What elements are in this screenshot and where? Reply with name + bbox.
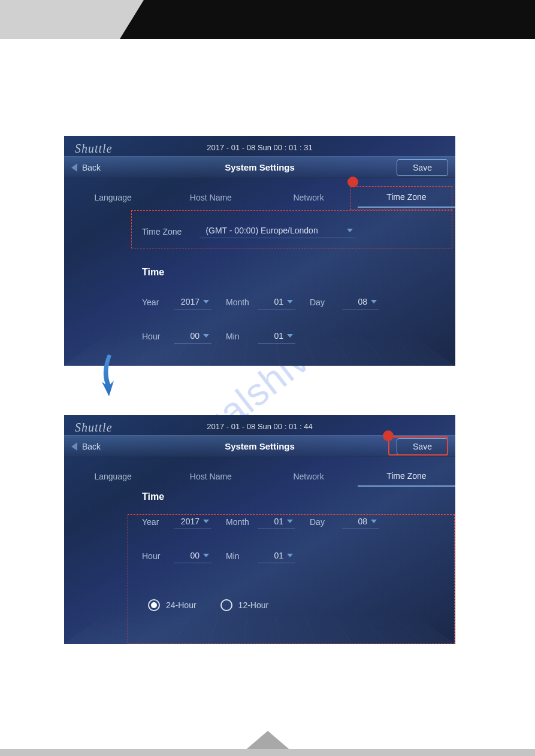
date-line: Year 2017 Month 01 Day 08 [142,296,443,309]
header-gray-tab [0,0,120,39]
day-field: Day 08 [310,515,379,529]
time-format-radios: 24-Hour 12-Hour [148,599,443,611]
tab-bar: Language Host Name Network Time Zone [64,466,455,487]
year-label: Year [142,517,168,529]
min-dropdown[interactable]: 01 [258,549,295,563]
radio-icon [220,599,232,611]
timezone-label: Time Zone [142,227,182,236]
day-label: Day [310,297,336,309]
time-line: Hour 00 Min 01 [142,330,443,344]
year-field: Year 2017 [142,515,211,529]
year-dropdown[interactable]: 2017 [174,515,211,529]
min-label: Min [226,332,252,344]
page-title: System Settings [225,441,295,451]
date-line: Year 2017 Month 01 Day 08 [142,515,443,529]
back-label: Back [82,442,101,451]
time-fields: Year 2017 Month 01 Day 08 [76,296,443,344]
min-dropdown[interactable]: 01 [258,330,295,344]
save-button[interactable]: Save [397,438,448,455]
content-area: Time Year 2017 Month 01 [64,487,455,644]
radio-12hour[interactable]: 12-Hour [220,599,269,611]
month-field: Month 01 [226,515,295,529]
tab-network[interactable]: Network [260,466,358,487]
month-field: Month 01 [226,296,295,309]
year-label: Year [142,297,168,309]
tab-hostname[interactable]: Host Name [162,187,259,208]
chevron-down-icon [203,300,209,303]
month-label: Month [226,297,252,309]
clock-text: 2017 - 01 - 08 Sun 00 : 01 : 44 [207,422,312,431]
hour-field: Hour 00 [142,549,211,563]
save-button[interactable]: Save [397,159,448,176]
chevron-down-icon [203,554,209,557]
timezone-dropdown[interactable]: (GMT - 00:00) Europe/London [200,224,355,238]
annotation-red-dot [347,177,358,187]
chevron-down-icon [287,334,293,338]
time-heading: Time [142,491,443,502]
chevron-down-icon [371,300,377,303]
radio-24-label: 24-Hour [166,600,197,610]
timezone-row: Time Zone (GMT - 00:00) Europe/London [76,224,443,238]
page-footer [0,749,535,756]
day-field: Day 08 [310,296,379,309]
hour-label: Hour [142,551,168,563]
chevron-down-icon [287,300,293,303]
back-button[interactable]: Back [69,157,109,178]
chevron-down-icon [287,520,293,523]
brand-logo: Shuttle [75,142,113,156]
brand-logo: Shuttle [75,421,113,435]
tab-language[interactable]: Language [64,466,162,487]
hour-dropdown[interactable]: 00 [174,330,211,344]
time-line: Hour 00 Min 01 [142,549,443,563]
min-label: Min [226,551,252,563]
screenshot-1: Shuttle 2017 - 01 - 08 Sun 00 : 01 : 31 … [64,136,455,366]
tab-timezone[interactable]: Time Zone [358,466,455,487]
chevron-down-icon [371,520,377,523]
month-label: Month [226,517,252,529]
timezone-value: (GMT - 00:00) Europe/London [202,226,347,235]
month-dropdown[interactable]: 01 [258,296,295,309]
year-field: Year 2017 [142,296,211,309]
page-title: System Settings [225,162,295,172]
radio-24hour[interactable]: 24-Hour [148,599,197,611]
radio-12-label: 12-Hour [238,600,269,610]
chevron-down-icon [347,229,353,232]
year-dropdown[interactable]: 2017 [174,296,211,309]
title-bar: Back System Settings Save [64,156,455,178]
page-header [0,0,535,39]
content-area: Time Zone (GMT - 00:00) Europe/London Ti… [64,208,455,366]
title-bar: Back System Settings Save [64,435,455,457]
time-heading: Time [142,267,443,278]
back-button[interactable]: Back [69,436,109,457]
radio-icon [148,599,160,611]
min-field: Min 01 [226,549,295,563]
chevron-down-icon [287,554,293,557]
time-fields: Year 2017 Month 01 Day 08 [76,515,443,644]
back-label: Back [82,163,101,172]
tab-language[interactable]: Language [64,187,162,208]
month-dropdown[interactable]: 01 [258,515,295,529]
tab-timezone[interactable]: Time Zone [358,187,455,208]
screenshot-2: Shuttle 2017 - 01 - 08 Sun 00 : 01 : 44 … [64,415,455,644]
clock-text: 2017 - 01 - 08 Sun 00 : 01 : 31 [207,143,312,152]
chevron-down-icon [203,334,209,338]
tab-bar: Language Host Name Network Time Zone [64,187,455,208]
day-dropdown[interactable]: 08 [342,296,379,309]
footer-triangle-icon [247,731,289,749]
day-label: Day [310,517,336,529]
save-label: Save [413,442,432,451]
chevron-down-icon [203,520,209,523]
day-dropdown[interactable]: 08 [342,515,379,529]
hour-dropdown[interactable]: 00 [174,549,211,563]
hour-label: Hour [142,332,168,344]
tab-hostname[interactable]: Host Name [162,466,259,487]
hour-field: Hour 00 [142,330,211,344]
save-label: Save [413,163,432,172]
min-field: Min 01 [226,330,295,344]
tab-network[interactable]: Network [260,187,358,208]
